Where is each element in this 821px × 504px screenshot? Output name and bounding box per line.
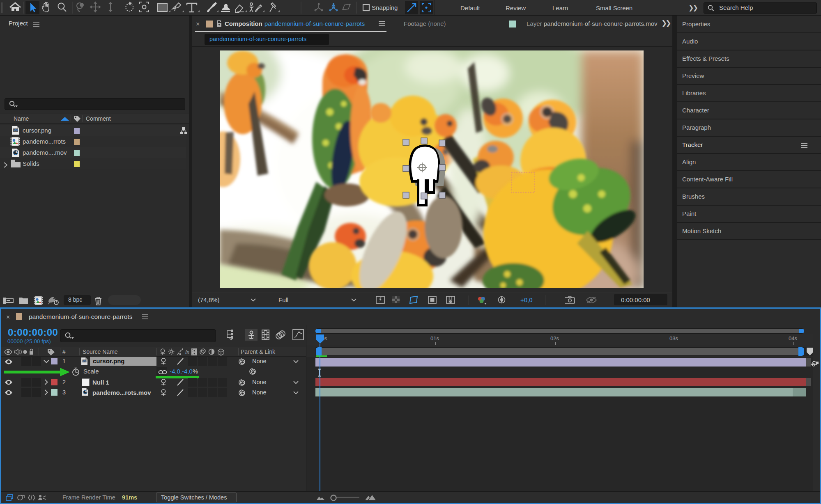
svg-text:fx: fx: [185, 349, 190, 355]
